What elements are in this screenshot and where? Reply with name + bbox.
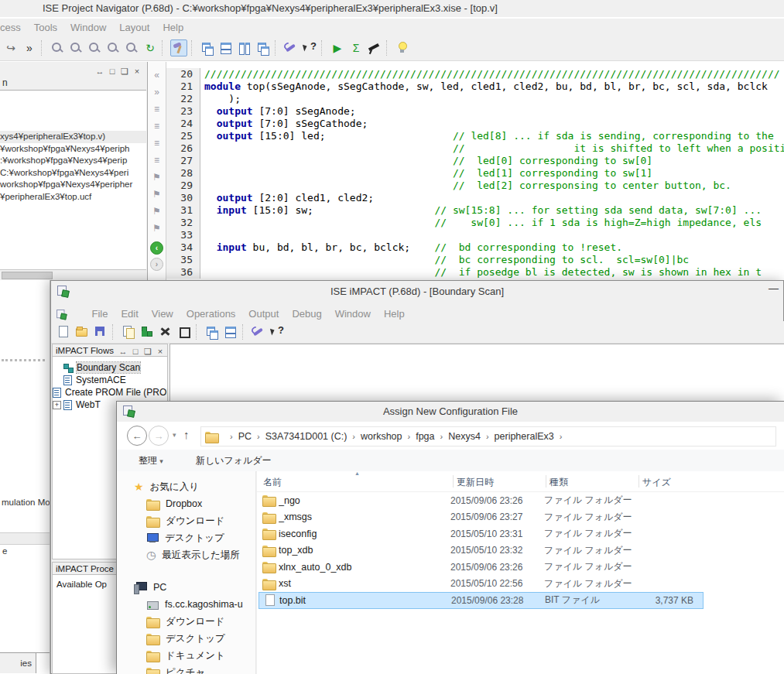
editor-tool-icon-1[interactable]: » bbox=[148, 84, 166, 101]
back-button[interactable]: ← bbox=[127, 426, 147, 446]
expand-plus-icon[interactable]: + bbox=[53, 401, 61, 409]
cascade-windows-icon[interactable] bbox=[204, 324, 220, 340]
breadcrumb-segment[interactable]: workshop bbox=[361, 431, 402, 442]
sidebar-item-desktop[interactable]: デスクトップ bbox=[117, 529, 255, 546]
zoom-region-icon[interactable] bbox=[105, 40, 121, 56]
breadcrumb-segment[interactable]: fpga bbox=[416, 431, 434, 442]
sidebar-item-star[interactable]: ★お気に入り bbox=[117, 478, 255, 495]
pn-menu-item-cess[interactable]: cess bbox=[0, 22, 21, 33]
editor-tool-icon-5[interactable]: ≡ bbox=[148, 152, 166, 169]
zoom-full-icon[interactable] bbox=[124, 40, 139, 56]
editor-tool-icon-9[interactable]: ⚑ bbox=[148, 220, 166, 237]
flow-item-boundary-scan[interactable]: Boundary Scan bbox=[53, 361, 167, 374]
code-editor[interactable]: 20//////////////////////////////////////… bbox=[166, 62, 784, 280]
editor-tool-icon-6[interactable]: ⚑ bbox=[148, 169, 166, 186]
pn-menu-item-tools[interactable]: Tools bbox=[34, 22, 57, 33]
impact-menu-item-debug[interactable]: Debug bbox=[292, 308, 321, 320]
pn-file-path[interactable]: :¥workshop¥fpga¥Nexys4¥perip bbox=[0, 155, 146, 167]
pn-menu-item-layout[interactable]: Layout bbox=[119, 22, 149, 33]
debug-chain-icon[interactable] bbox=[158, 324, 173, 340]
implement-hammer-icon[interactable] bbox=[170, 39, 187, 56]
editor-tool-icon-7[interactable]: ⚑ bbox=[148, 186, 166, 203]
settings-wrench-icon[interactable] bbox=[283, 40, 299, 56]
sidebar-item-computer[interactable]: PC bbox=[117, 579, 255, 596]
refresh-editor-icon[interactable]: ↻ bbox=[142, 40, 158, 56]
breadcrumb-segment[interactable]: Nexys4 bbox=[448, 431, 481, 442]
zoom-selection-icon[interactable] bbox=[87, 40, 102, 56]
sidebar-item-desktop-folder[interactable]: デスクトップ bbox=[117, 630, 255, 647]
column-header-type[interactable]: 種類 bbox=[549, 476, 568, 489]
impact-menu-item-view[interactable]: View bbox=[152, 308, 173, 320]
copy-icon[interactable] bbox=[121, 324, 136, 340]
impact-menu-item-operations[interactable]: Operations bbox=[187, 308, 236, 320]
bottom-tab-libraries[interactable]: ies bbox=[0, 653, 36, 673]
pn-file-list[interactable]: xys4¥peripheralEx3¥top.v)¥workshop¥fpga¥… bbox=[0, 90, 146, 269]
redo-arrow-icon[interactable]: ↪ bbox=[3, 40, 19, 56]
impact-menu-item-help[interactable]: Help bbox=[384, 308, 405, 320]
pn-file-path[interactable]: xys4¥peripheralEx3¥top.v) bbox=[0, 131, 146, 143]
open-file-icon[interactable] bbox=[74, 324, 90, 340]
dialog-sidebar[interactable]: ★お気に入りDropbox↓ダウンロードデスクトップ◷最近表示した場所PCfs.… bbox=[117, 471, 256, 674]
tips-lightbulb-icon[interactable] bbox=[395, 40, 410, 56]
sidebar-item-network-drive[interactable]: fs.cc.kagoshima-u bbox=[117, 596, 255, 613]
close-icon[interactable]: × bbox=[132, 67, 142, 76]
flow-item-create-prom-file-prom-file-for-[interactable]: Create PROM File (PROM File For… bbox=[53, 386, 167, 399]
sidebar-item-documents-folder[interactable]: ドキュメント bbox=[117, 647, 255, 664]
breadcrumb-segment[interactable]: peripheralEx3 bbox=[495, 431, 554, 442]
file-row[interactable]: iseconfig2015/05/10 23:31ファイル フォルダー bbox=[258, 525, 704, 542]
file-row[interactable]: _xmsgs2015/09/06 23:27ファイル フォルダー bbox=[258, 509, 704, 526]
column-separator[interactable] bbox=[453, 475, 454, 488]
tile-horizontal-icon[interactable] bbox=[218, 40, 234, 56]
pn-scrollbar-thumb[interactable] bbox=[2, 272, 53, 279]
tile-vertical-icon[interactable] bbox=[237, 40, 252, 56]
column-separator[interactable] bbox=[638, 475, 639, 488]
impact-menu-item-output[interactable]: Output bbox=[248, 308, 279, 320]
sum-sigma-icon[interactable]: Σ bbox=[348, 40, 364, 56]
new-file-icon[interactable] bbox=[56, 324, 71, 340]
pn-file-path[interactable]: ¥workshop¥fpga¥Nexys4¥periph bbox=[0, 143, 146, 156]
arrange-windows-icon[interactable] bbox=[255, 40, 271, 56]
restore-icon[interactable]: ❏ bbox=[119, 67, 130, 77]
zoom-out-icon[interactable] bbox=[68, 40, 84, 56]
breadcrumb-segment[interactable]: PC bbox=[238, 431, 252, 442]
run-play-icon[interactable]: ▶ bbox=[330, 40, 345, 56]
maximize-icon[interactable]: □ bbox=[107, 67, 118, 76]
impact-menu-item-file[interactable]: File bbox=[91, 308, 108, 320]
pn-horizontal-scrollbar[interactable] bbox=[0, 269, 146, 279]
editor-tool-icon-8[interactable]: ⚑ bbox=[148, 203, 166, 220]
navigate-forward-icon[interactable]: › bbox=[150, 258, 163, 271]
toolbar-overflow-icon[interactable]: » bbox=[22, 40, 37, 56]
breadcrumb-segment[interactable]: S3A7341D001 (C:) bbox=[265, 431, 347, 442]
organize-button[interactable]: 整理 ▾ bbox=[139, 454, 163, 467]
editor-tool-icon-0[interactable]: « bbox=[148, 67, 166, 84]
history-dropdown-icon[interactable]: ▾ bbox=[173, 431, 176, 439]
save-file-icon[interactable] bbox=[93, 324, 108, 340]
column-separator[interactable] bbox=[546, 475, 546, 488]
impact-menu-item-edit[interactable]: Edit bbox=[121, 308, 138, 320]
panel-splitter-dots[interactable] bbox=[2, 359, 45, 361]
float-icon[interactable]: ↔ bbox=[94, 67, 105, 76]
editor-tool-icon-4[interactable]: ≡ bbox=[148, 135, 166, 152]
tile-windows-icon[interactable] bbox=[223, 324, 238, 340]
sidebar-item-folder[interactable]: Dropbox bbox=[117, 495, 255, 512]
maximize-icon[interactable]: □ bbox=[130, 347, 141, 356]
file-row[interactable]: xst2015/05/10 22:56ファイル フォルダー bbox=[258, 576, 704, 593]
editor-tool-icon-3[interactable]: ≡ bbox=[148, 118, 166, 135]
zoom-in-icon[interactable] bbox=[50, 40, 65, 56]
column-header-size[interactable]: サイズ bbox=[642, 476, 671, 489]
column-header-name[interactable]: 名前 bbox=[263, 476, 282, 489]
new-folder-button[interactable]: 新しいフォルダー bbox=[196, 454, 272, 467]
file-row[interactable]: xlnx_auto_0_xdb2015/09/06 23:26ファイル フォルダ… bbox=[258, 559, 704, 576]
close-icon[interactable]: × bbox=[155, 347, 166, 356]
sidebar-item-folder-download[interactable]: ↓ダウンロード bbox=[117, 613, 255, 630]
navigate-back-icon[interactable]: ‹ bbox=[150, 241, 163, 255]
sidebar-item-recent[interactable]: ◷最近表示した場所 bbox=[117, 546, 255, 563]
pn-file-path[interactable]: ¥peripheralEx3¥top.ucf bbox=[0, 191, 146, 204]
sidebar-item-folder-download[interactable]: ↓ダウンロード bbox=[117, 512, 255, 529]
file-row[interactable]: _ngo2015/09/06 23:26ファイル フォルダー bbox=[258, 492, 704, 509]
file-row[interactable]: top_xdb2015/05/10 23:32ファイル フォルダー bbox=[258, 542, 704, 559]
breadcrumb[interactable]: › PC›S3A7341D001 (C:)›workshop›fpga›Nexy… bbox=[200, 426, 776, 446]
settings-wrench-icon[interactable] bbox=[251, 324, 266, 340]
up-button[interactable]: ↑ bbox=[183, 428, 190, 441]
impact-menu-item-window[interactable]: Window bbox=[335, 308, 371, 320]
